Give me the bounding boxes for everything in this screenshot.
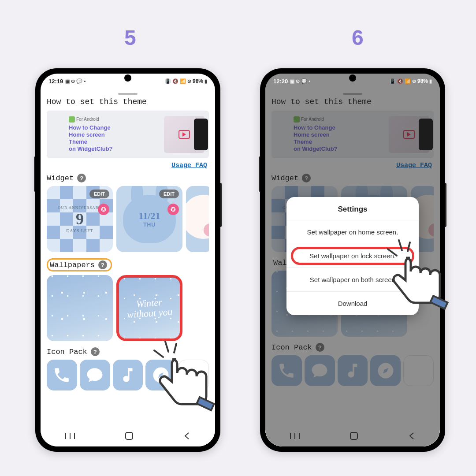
mute-icon: 🔇 bbox=[397, 78, 403, 84]
screen-left: 12:19 ▣ ⊙ 💬 • 📳 🔇 📶 ⊘ 98% ▮ How to set t… bbox=[41, 74, 215, 446]
bottom-sheet: How to set this theme For Android How to… bbox=[41, 89, 215, 446]
widget-section-label: Widget bbox=[47, 174, 74, 182]
dialog-option-download[interactable]: Download bbox=[286, 291, 419, 315]
vibrate-icon: 📳 bbox=[390, 78, 396, 84]
wallpaper-card-2-highlighted[interactable]: Winter without you bbox=[116, 275, 182, 341]
status-app-icons: ▣ ⊙ 💬 • bbox=[290, 78, 310, 84]
dialog-title: Settings bbox=[286, 197, 419, 220]
settings-dialog: Settings Set wallpaper on home screen. S… bbox=[286, 197, 419, 315]
chat-icon bbox=[86, 366, 104, 384]
dialog-option-lock-label: Set wallpaper on lock screen. bbox=[309, 252, 396, 260]
android-nav-bar bbox=[41, 425, 215, 446]
iconpack-section-label: Icon Pack bbox=[47, 348, 87, 356]
help-icon[interactable]: ? bbox=[91, 347, 100, 356]
android-badge: For Android bbox=[69, 116, 99, 123]
step-number-6: 6 bbox=[352, 26, 364, 50]
android-icon bbox=[69, 116, 75, 123]
iconpack-row[interactable] bbox=[47, 360, 209, 390]
wallpaper-row[interactable]: Winter without you bbox=[47, 275, 209, 341]
phone-mockup-right: 12:20 ▣ ⊙ 💬 • 📳 🔇 📶 ⊘ 98% ▮ How to set t… bbox=[260, 68, 445, 452]
android-badge-label: For Android bbox=[76, 117, 99, 122]
sheet-handle[interactable] bbox=[118, 93, 138, 95]
widget2-day: THU bbox=[143, 222, 156, 228]
mute-icon: 🔇 bbox=[172, 78, 178, 84]
widget-card-anniversary[interactable]: OUR ANNIVERSARY 9 DAYS LEFT EDIT ✪ bbox=[47, 186, 113, 252]
screen-right: 12:20 ▣ ⊙ 💬 • 📳 🔇 📶 ⊘ 98% ▮ How to set t… bbox=[265, 74, 440, 446]
status-time: 12:19 bbox=[48, 78, 63, 85]
music-icon bbox=[119, 366, 137, 384]
icon-phone[interactable] bbox=[47, 360, 77, 390]
svg-rect-0 bbox=[126, 432, 133, 439]
premium-badge-icon: ✪ bbox=[98, 204, 109, 215]
nav-recents[interactable] bbox=[65, 432, 75, 439]
wallpapers-section-label: Wallpapers bbox=[50, 261, 95, 269]
status-time: 12:20 bbox=[273, 78, 288, 85]
help-icon[interactable]: ? bbox=[98, 260, 107, 269]
wallpapers-section-header: Wallpapers ? bbox=[47, 258, 209, 271]
wifi-icon: 📶 bbox=[180, 78, 186, 84]
widget-card-peek[interactable] bbox=[186, 186, 209, 252]
tutorial-banner[interactable]: For Android How to Change Home screen Th… bbox=[47, 111, 209, 158]
banner-title: How to Change Home screen Theme on Widge… bbox=[69, 124, 160, 153]
play-icon bbox=[178, 130, 190, 139]
wifi-icon: 📶 bbox=[405, 78, 411, 84]
widget1-number: 9 bbox=[76, 210, 84, 228]
step-number-5: 5 bbox=[124, 26, 136, 50]
dialog-option-home[interactable]: Set wallpaper on home screen. bbox=[286, 220, 419, 244]
dialog-option-lock-highlighted[interactable]: Set wallpaper on lock screen. bbox=[286, 244, 419, 268]
no-sim-icon: ⊘ bbox=[187, 78, 191, 84]
battery-percent: 98% bbox=[417, 78, 428, 84]
icon-empty[interactable] bbox=[178, 360, 209, 390]
vibrate-icon: 📳 bbox=[165, 78, 171, 84]
edit-badge[interactable]: EDIT bbox=[159, 190, 179, 198]
wallpaper-card-1[interactable] bbox=[47, 275, 113, 341]
phone-mockup-left: 12:19 ▣ ⊙ 💬 • 📳 🔇 📶 ⊘ 98% ▮ How to set t… bbox=[35, 68, 220, 452]
banner-thumbnail bbox=[164, 116, 205, 153]
wallpaper-script-text: Winter without you bbox=[117, 275, 182, 340]
battery-percent: 98% bbox=[193, 78, 203, 84]
dialog-option-both[interactable]: Set wallpaper on both screen bbox=[286, 268, 419, 291]
status-app-icons: ▣ ⊙ 💬 • bbox=[65, 78, 86, 84]
icon-chat[interactable] bbox=[80, 360, 110, 390]
icon-compass[interactable] bbox=[145, 360, 176, 390]
no-sim-icon: ⊘ bbox=[412, 78, 416, 84]
icon-music[interactable] bbox=[113, 360, 143, 390]
usage-faq-link[interactable]: Usage FAQ bbox=[171, 162, 207, 169]
widget-card-date[interactable]: 11/21 THU EDIT ✪ bbox=[116, 186, 182, 252]
edit-badge[interactable]: EDIT bbox=[89, 190, 109, 198]
help-icon[interactable]: ? bbox=[77, 174, 86, 182]
nav-home[interactable] bbox=[125, 431, 134, 440]
faq-link-wrap: Usage FAQ bbox=[47, 161, 207, 169]
bunny-shape: 11/21 THU bbox=[123, 195, 176, 243]
premium-badge-icon: ✪ bbox=[167, 204, 179, 215]
widget1-subtitle: DAYS LEFT bbox=[66, 228, 93, 233]
sheet-title: How to set this theme bbox=[47, 97, 209, 106]
camera-notch bbox=[349, 74, 356, 82]
camera-notch bbox=[124, 74, 131, 82]
battery-icon: ▮ bbox=[205, 78, 207, 84]
nav-back[interactable] bbox=[183, 432, 190, 440]
widget2-date: 11/21 bbox=[139, 210, 160, 222]
wallpapers-highlight: Wallpapers ? bbox=[47, 258, 112, 271]
phone-icon bbox=[52, 366, 71, 384]
widget-row[interactable]: OUR ANNIVERSARY 9 DAYS LEFT EDIT ✪ 11/21… bbox=[47, 186, 209, 252]
widget-section-header: Widget ? bbox=[47, 174, 209, 182]
compass-icon bbox=[152, 366, 170, 384]
iconpack-section-header: Icon Pack ? bbox=[47, 347, 209, 356]
widget1-title: OUR ANNIVERSARY bbox=[58, 205, 102, 210]
battery-icon: ▮ bbox=[429, 78, 432, 84]
